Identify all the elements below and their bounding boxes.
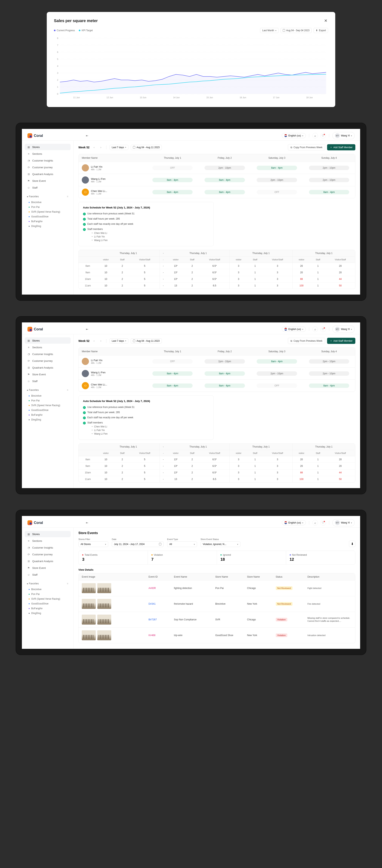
- shift-pill[interactable]: 8am - 4pm: [205, 371, 245, 376]
- fav-item[interactable]: Bincintive: [25, 587, 70, 592]
- fav-item[interactable]: DingDing: [25, 611, 70, 616]
- fav-item[interactable]: DingDing: [25, 224, 70, 228]
- add-staff-button[interactable]: ＋Add Staff Member: [327, 144, 356, 150]
- fav-item[interactable]: BoFangKe: [25, 606, 70, 611]
- fav-item[interactable]: DingDing: [25, 417, 70, 422]
- fav-item[interactable]: GoodGoodShoe: [25, 601, 70, 606]
- user-menu[interactable]: WYWang Yi▾: [332, 132, 355, 139]
- range-select[interactable]: Last 7 days ▾: [110, 338, 128, 343]
- nav-store-event[interactable]: ⚑Store Event: [25, 565, 70, 571]
- shift-pill[interactable]: 8am - 4pm: [152, 371, 193, 376]
- shift-pill[interactable]: 2pm - 10pm: [205, 359, 245, 364]
- shift-pill[interactable]: OFF: [152, 166, 193, 170]
- nav-quadrant-analysis[interactable]: ⊞Quadrant Analysis: [25, 364, 70, 371]
- nav-stores[interactable]: ▦Stores: [25, 337, 70, 344]
- type-filter[interactable]: All▾: [167, 541, 197, 547]
- fav-item[interactable]: BoFangKe: [25, 412, 70, 417]
- stores-filter[interactable]: All Stores▾: [79, 541, 108, 547]
- notification-icon[interactable]: ♡: [320, 520, 326, 526]
- shift-pill[interactable]: 8am - 4pm: [257, 359, 297, 364]
- nav-customer-insights[interactable]: ◔Customer Insights: [25, 351, 70, 357]
- download-icon[interactable]: ⬇: [349, 540, 355, 547]
- status-filter[interactable]: Violation, Ignored, N...▾: [201, 541, 240, 547]
- shift-pill[interactable]: 2pm - 10pm: [205, 166, 245, 170]
- date-range[interactable]: Aug 04 - Aug 11 2023: [131, 145, 162, 150]
- notification-icon[interactable]: ♡: [320, 133, 326, 138]
- fav-item[interactable]: SVR (Speed Verse Racing): [25, 403, 70, 408]
- favorites-header[interactable]: ▸ Favorites≡: [25, 387, 70, 394]
- fav-item[interactable]: Pon Pai: [25, 592, 70, 596]
- nav-store-event[interactable]: ⚑Store Event: [25, 178, 70, 184]
- export-button[interactable]: ⬇Export: [314, 28, 328, 33]
- range-select[interactable]: Last 7 days ▾: [110, 145, 128, 150]
- language-select[interactable]: English (us)▾: [282, 133, 305, 138]
- next-week[interactable]: ›: [99, 145, 103, 150]
- nav-quadrant-analysis[interactable]: ⊞Quadrant Analysis: [25, 171, 70, 177]
- prev-week[interactable]: ‹: [92, 339, 96, 343]
- nav-stores[interactable]: ▦Stores: [25, 144, 70, 150]
- event-id[interactable]: A#83R: [149, 587, 174, 590]
- shift-pill[interactable]: OFF: [257, 190, 297, 194]
- date-filter[interactable]: July 11, 2024 - July 17, 2024: [112, 541, 164, 547]
- range-select[interactable]: Last Month▾: [260, 28, 278, 33]
- event-id[interactable]: D#341: [149, 602, 174, 605]
- notification-icon[interactable]: ♡: [320, 327, 326, 332]
- nav-customer-insights[interactable]: ◔Customer Insights: [25, 157, 70, 164]
- prev-week[interactable]: ‹: [92, 145, 96, 150]
- nav-stores[interactable]: ▦Stores: [25, 531, 70, 537]
- date-range[interactable]: Aug 04 - Aug 11 2023: [131, 338, 162, 343]
- fav-item[interactable]: GoodGoodShoe: [25, 408, 70, 412]
- add-staff-button[interactable]: ＋Add Staff Member: [327, 338, 356, 344]
- nav-customer-journey[interactable]: ⟳Customer journey: [25, 551, 70, 558]
- close-icon[interactable]: ✕: [323, 18, 328, 23]
- fav-item[interactable]: GoodGoodShoe: [25, 214, 70, 219]
- nav-sections[interactable]: ≡Sections: [25, 538, 70, 544]
- event-id[interactable]: B#7267: [149, 618, 174, 621]
- event-row[interactable]: D#341 fire/smoke hazard Bincintive New Y…: [79, 596, 355, 612]
- copy-button[interactable]: ⧉Copy From Previews Week: [288, 144, 325, 150]
- shift-pill[interactable]: OFF: [257, 383, 297, 388]
- nav-customer-insights[interactable]: ◔Customer Insights: [25, 545, 70, 551]
- event-id[interactable]: K#468: [149, 634, 174, 637]
- search-icon[interactable]: ⌕: [312, 520, 318, 526]
- shift-pill[interactable]: 2pm - 10pm: [309, 178, 349, 182]
- nav-sections[interactable]: ≡Sections: [25, 344, 70, 350]
- shift-pill[interactable]: 2pm - 10pm: [309, 166, 349, 170]
- shift-pill[interactable]: 8am - 4pm: [152, 190, 193, 194]
- favorites-header[interactable]: ▸ Favorites≡: [25, 580, 70, 587]
- shift-pill[interactable]: 2pm - 10pm: [309, 359, 349, 364]
- date-range[interactable]: Aug 04 - Sep 04 2023: [281, 28, 312, 33]
- collapse-icon[interactable]: ⇤: [86, 520, 88, 526]
- shift-pill[interactable]: 8am - 4pm: [205, 178, 245, 182]
- favorites-header[interactable]: ▸ Favorites≡: [25, 193, 70, 200]
- user-menu[interactable]: WYWang Yi▾: [332, 519, 355, 526]
- shift-pill[interactable]: 2pm - 10pm: [257, 178, 297, 182]
- collapse-icon[interactable]: ⇤: [86, 133, 88, 138]
- shift-pill[interactable]: 8am - 4pm: [205, 190, 245, 194]
- next-week[interactable]: ›: [99, 339, 103, 343]
- collapse-icon[interactable]: ⇤: [86, 327, 88, 332]
- fav-item[interactable]: SVR (Speed Verse Racing): [25, 210, 70, 214]
- user-menu[interactable]: WYWang Yi▾: [332, 326, 355, 333]
- shift-pill[interactable]: 8am - 4pm: [152, 383, 193, 388]
- event-row[interactable]: B#7267 Sop Non Compliance SVR Chicago Vi…: [79, 612, 355, 627]
- search-icon[interactable]: ⌕: [312, 133, 318, 138]
- copy-button[interactable]: ⧉Copy From Previews Week: [288, 338, 325, 344]
- nav-staff[interactable]: ☺Staff: [25, 571, 70, 578]
- shift-pill[interactable]: OFF: [152, 359, 193, 364]
- event-row[interactable]: K#468 trip-wire GoodGood Shoe New York V…: [79, 627, 355, 643]
- language-select[interactable]: English (us)▾: [282, 327, 305, 332]
- nav-customer-journey[interactable]: ⟳Customer journey: [25, 358, 70, 364]
- fav-item[interactable]: Pon Pai: [25, 398, 70, 403]
- fav-item[interactable]: Bincintive: [25, 200, 70, 205]
- nav-store-event[interactable]: ⚑Store Event: [25, 371, 70, 377]
- shift-pill[interactable]: 8am - 4pm: [257, 166, 297, 170]
- shift-pill[interactable]: 8am - 4pm: [309, 383, 349, 388]
- nav-quadrant-analysis[interactable]: ⊞Quadrant Analysis: [25, 558, 70, 564]
- event-row[interactable]: A#83R fighting detection Pon Pai Chicago…: [79, 580, 355, 596]
- shift-pill[interactable]: 2pm - 10pm: [257, 371, 297, 376]
- nav-staff[interactable]: ☺Staff: [25, 378, 70, 384]
- search-icon[interactable]: ⌕: [312, 327, 318, 332]
- shift-pill[interactable]: 8am - 4pm: [205, 383, 245, 388]
- shift-pill[interactable]: 8am - 4pm: [152, 178, 193, 182]
